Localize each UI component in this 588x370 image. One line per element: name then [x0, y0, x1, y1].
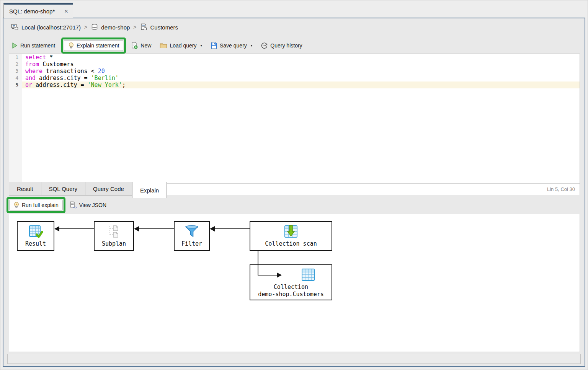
plan-node-collection[interactable]: Collection demo-shop.Customers — [250, 264, 332, 300]
code-line-2[interactable]: 2from Customers — [9, 61, 580, 68]
collection-icon — [140, 23, 148, 31]
edge-filter-to-subplan — [139, 228, 174, 229]
explain-statement-label: Explain statement — [77, 42, 119, 49]
lightbulb-play-icon — [13, 202, 20, 209]
new-document-icon — [131, 42, 138, 49]
edge-subplan-to-result — [59, 228, 94, 229]
plan-node-label: Collection demo-shop.Customers — [258, 284, 324, 298]
line-number: 2 — [9, 61, 22, 68]
table-scan-icon — [284, 225, 298, 239]
server-connection-icon — [11, 23, 19, 31]
line-number: 5 — [9, 81, 22, 88]
app-window: SQL: demo-shop* × L — [0, 0, 588, 370]
plan-node-label: Collection scan — [265, 240, 317, 248]
load-query-label: Load query — [170, 42, 196, 49]
code-text: and address.city = 'Berlin' — [22, 75, 580, 81]
breadcrumb-collection[interactable]: Customers — [140, 23, 178, 31]
tab-sql-query[interactable]: SQL Query — [41, 182, 85, 196]
plan-node-label: Filter — [181, 240, 202, 248]
sql-editor[interactable]: 1select *2from Customers3where transacti… — [9, 54, 580, 195]
json-document-icon: <> — [69, 201, 77, 209]
code-text: select * — [22, 54, 580, 61]
chevron-down-icon[interactable]: ▾ — [251, 44, 253, 47]
plan-node-filter[interactable]: Filter — [174, 221, 210, 251]
plan-node-label: Result — [25, 240, 46, 248]
breadcrumb-separator: > — [84, 24, 87, 30]
chevron-down-icon[interactable]: ▾ — [200, 44, 202, 47]
query-history-label: Query history — [270, 42, 302, 49]
status-bar — [7, 354, 581, 364]
run-full-explain-button[interactable]: Run full explain — [9, 200, 63, 210]
save-query-label: Save query — [220, 42, 247, 49]
run-statement-label: Run statement — [20, 42, 55, 49]
result-tabbar: Result SQL Query Query Code Explain — [3, 182, 585, 196]
folder-icon — [160, 42, 167, 49]
tab-sql-demo-shop[interactable]: SQL: demo-shop* × — [3, 3, 73, 18]
table-icon — [301, 268, 315, 282]
breadcrumb-separator: > — [133, 24, 136, 30]
query-toolbar: Run statement Explain statement — [11, 37, 302, 54]
code-line-1[interactable]: 1select * — [9, 54, 580, 61]
table-check-icon — [28, 225, 43, 239]
code-line-3[interactable]: 3where transactions < 20 — [9, 68, 580, 75]
subplan-tree-icon — [107, 225, 121, 239]
run-full-explain-annotation: Run full explain — [7, 197, 65, 213]
explain-diagram[interactable]: Result Subplan — [9, 214, 580, 352]
history-circle-icon — [261, 42, 268, 49]
run-full-explain-label: Run full explain — [22, 202, 59, 208]
play-triangle-icon — [11, 42, 18, 49]
code-line-5[interactable]: 5or address.city = 'New York'; — [9, 81, 580, 88]
explain-statement-annotation: Explain statement — [61, 37, 126, 54]
tab-title: SQL: demo-shop* — [9, 8, 64, 15]
line-number: 4 — [9, 75, 22, 81]
view-json-button[interactable]: <> View JSON — [69, 201, 106, 209]
plan-node-label: Subplan — [102, 240, 126, 248]
tab-explain[interactable]: Explain — [132, 182, 167, 198]
svg-text:<>: <> — [73, 205, 77, 209]
line-number: 1 — [9, 54, 22, 61]
edge-arrowhead — [277, 272, 282, 278]
explain-statement-button[interactable]: Explain statement — [64, 40, 123, 51]
lightbulb-icon — [68, 42, 74, 49]
view-json-label: View JSON — [79, 202, 106, 208]
funnel-icon — [184, 225, 199, 239]
new-query-label: New — [140, 42, 151, 49]
breadcrumb-connection[interactable]: Local (localhost:27017) — [11, 23, 81, 31]
floppy-disk-icon — [211, 42, 217, 49]
edge-collscan-to-filter — [214, 228, 250, 229]
breadcrumb-database-label: demo-shop — [101, 24, 130, 31]
breadcrumb: Local (localhost:27017) > demo-shop > — [11, 18, 178, 36]
run-statement-button[interactable]: Run statement — [11, 42, 55, 49]
plan-node-result[interactable]: Result — [17, 221, 54, 251]
breadcrumb-connection-label: Local (localhost:27017) — [21, 24, 81, 31]
explain-toolbar: Run full explain <> View JSON — [7, 196, 106, 214]
code-line-4[interactable]: 4and address.city = 'Berlin' — [9, 75, 580, 81]
plan-node-subplan[interactable]: Subplan — [94, 221, 134, 251]
breadcrumb-collection-label: Customers — [150, 24, 178, 31]
close-icon[interactable]: × — [64, 8, 69, 15]
plan-node-collection-scan[interactable]: Collection scan — [250, 221, 332, 251]
tab-result[interactable]: Result — [9, 182, 41, 196]
query-history-button[interactable]: Query history — [261, 42, 302, 49]
code-text: or address.city = 'New York'; — [22, 81, 580, 88]
load-query-button[interactable]: Load query ▾ — [160, 42, 202, 49]
breadcrumb-database[interactable]: demo-shop — [91, 23, 130, 31]
edge-collscan-to-collection-horizontal — [258, 275, 277, 275]
tab-query-code[interactable]: Query Code — [85, 182, 132, 196]
main-panel: Local (localhost:27017) > demo-shop > — [3, 18, 585, 367]
database-icon — [91, 23, 98, 31]
line-number: 3 — [9, 68, 22, 75]
code-text: where transactions < 20 — [22, 68, 580, 75]
code-text: from Customers — [22, 61, 580, 68]
code-area[interactable]: 1select *2from Customers3where transacti… — [9, 54, 580, 183]
new-query-button[interactable]: New — [131, 42, 151, 49]
save-query-button[interactable]: Save query ▾ — [211, 42, 252, 49]
edge-collscan-to-collection-vertical — [258, 251, 258, 275]
